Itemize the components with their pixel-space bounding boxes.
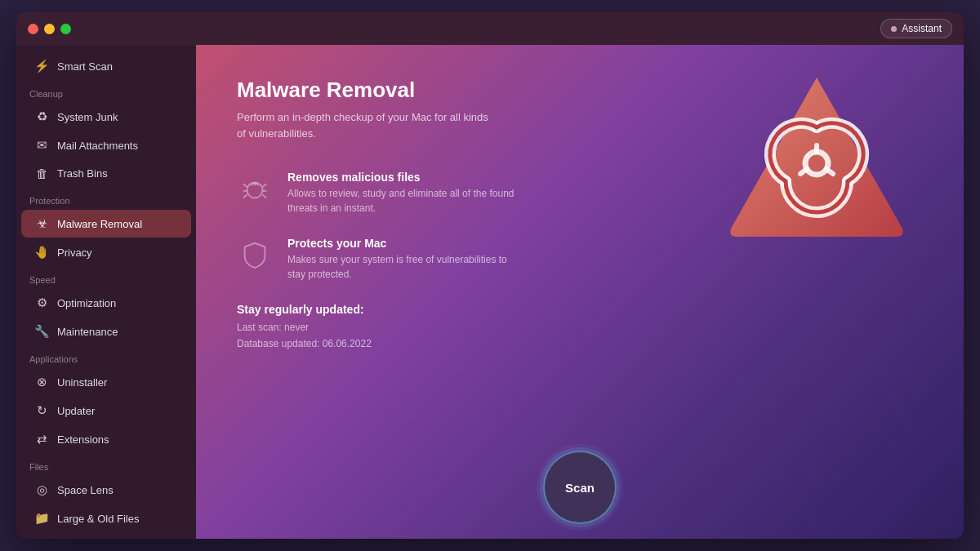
- uninstaller-icon: ⊗: [34, 375, 49, 389]
- traffic-lights: [28, 24, 71, 34]
- updater-icon: ↻: [34, 403, 49, 418]
- sidebar-label-privacy: Privacy: [57, 247, 92, 259]
- scan-button-wrap: Scan: [543, 451, 617, 524]
- content-area: Malware Removal Perform an in-depth chec…: [196, 45, 964, 539]
- feature-1-title: Removes malicious files: [287, 171, 516, 184]
- mail-icon: ✉: [34, 138, 49, 153]
- shield-icon: [237, 237, 273, 273]
- sidebar-item-large-old-files[interactable]: 📁 Large & Old Files: [21, 504, 191, 532]
- sidebar-label-optimization: Optimization: [57, 297, 116, 309]
- sidebar-section-cleanup: Cleanup: [16, 81, 196, 102]
- feature-2-title: Protects your Mac: [287, 237, 516, 250]
- assistant-label: Assistant: [902, 23, 942, 34]
- sidebar-item-privacy[interactable]: 🤚 Privacy: [21, 238, 191, 266]
- maximize-button[interactable]: [60, 24, 71, 34]
- assistant-button[interactable]: Assistant: [880, 19, 952, 38]
- sidebar-label-maintenance: Maintenance: [57, 326, 118, 338]
- large-files-icon: 📁: [34, 511, 49, 526]
- sidebar-item-shredder[interactable]: ≡ Shredder: [21, 533, 191, 539]
- svg-line-10: [263, 195, 267, 198]
- sidebar-label-large-old-files: Large & Old Files: [57, 513, 139, 525]
- svg-line-9: [243, 195, 247, 198]
- page-subtitle: Perform an in-depth checkup of your Mac …: [237, 109, 498, 141]
- optimization-icon: ⚙: [34, 295, 49, 310]
- sidebar-item-trash-bins[interactable]: 🗑 Trash Bins: [21, 160, 191, 187]
- space-lens-icon: ◎: [34, 482, 49, 497]
- sidebar-item-system-junk[interactable]: ♻ System Junk: [21, 103, 191, 131]
- scan-button[interactable]: Scan: [543, 451, 617, 524]
- minimize-button[interactable]: [44, 24, 55, 34]
- maintenance-icon: 🔧: [34, 324, 49, 339]
- sidebar-label-malware-removal: Malware Removal: [57, 218, 142, 230]
- biohazard-illustration: [719, 69, 931, 282]
- sidebar-section-speed: Speed: [16, 267, 196, 288]
- svg-line-5: [243, 184, 247, 187]
- privacy-icon: 🤚: [34, 245, 49, 260]
- update-title: Stay regularly updated:: [237, 303, 923, 316]
- feature-2-desc: Makes sure your system is free of vulner…: [287, 252, 516, 282]
- sidebar-label-trash-bins: Trash Bins: [57, 167, 108, 180]
- sidebar-section-applications: Applications: [16, 346, 196, 367]
- feature-2-text: Protects your Mac Makes sure your system…: [287, 237, 516, 282]
- sidebar-section-files: Files: [16, 454, 196, 475]
- sidebar-label-extensions: Extensions: [57, 433, 109, 446]
- sidebar-section-protection: Protection: [16, 188, 196, 209]
- database-updated-label: Database updated: 06.06.2022: [237, 335, 923, 352]
- sidebar-item-smart-scan[interactable]: ⚡ Smart Scan: [21, 52, 191, 80]
- titlebar: Assistant: [16, 12, 964, 45]
- feature-1-text: Removes malicious files Allows to review…: [287, 171, 516, 216]
- sidebar-label-system-junk: System Junk: [57, 111, 118, 123]
- sidebar-label-smart-scan: Smart Scan: [57, 60, 113, 73]
- smart-scan-icon: ⚡: [34, 59, 49, 73]
- sidebar-label-uninstaller: Uninstaller: [57, 376, 107, 389]
- sidebar-item-extensions[interactable]: ⇄ Extensions: [21, 425, 191, 453]
- last-scan-label: Last scan: never: [237, 319, 923, 335]
- sidebar-label-updater: Updater: [57, 405, 95, 417]
- sidebar-item-maintenance[interactable]: 🔧 Maintenance: [21, 318, 191, 345]
- sidebar-item-updater[interactable]: ↻ Updater: [21, 397, 191, 424]
- extensions-icon: ⇄: [34, 432, 49, 447]
- app-window: Assistant ⚡ Smart Scan Cleanup ♻ System …: [16, 12, 964, 539]
- sidebar-label-mail-attachments: Mail Attachments: [57, 140, 138, 152]
- bug-icon: [237, 171, 273, 207]
- svg-line-6: [263, 184, 267, 187]
- malware-icon: ☣: [34, 216, 49, 231]
- trash-icon: 🗑: [34, 167, 49, 180]
- sidebar-item-optimization[interactable]: ⚙ Optimization: [21, 289, 191, 317]
- main-area: ⚡ Smart Scan Cleanup ♻ System Junk ✉ Mai…: [16, 45, 964, 539]
- sidebar-item-malware-removal[interactable]: ☣ Malware Removal: [21, 210, 191, 238]
- system-junk-icon: ♻: [34, 109, 49, 124]
- sidebar-item-space-lens[interactable]: ◎ Space Lens: [21, 476, 191, 504]
- feature-1-desc: Allows to review, study and eliminate al…: [287, 186, 516, 216]
- sidebar-label-space-lens: Space Lens: [57, 484, 114, 496]
- sidebar-item-mail-attachments[interactable]: ✉ Mail Attachments: [21, 131, 191, 159]
- assistant-dot-icon: [891, 26, 897, 32]
- close-button[interactable]: [28, 24, 38, 34]
- sidebar-item-uninstaller[interactable]: ⊗ Uninstaller: [21, 368, 191, 396]
- update-section: Stay regularly updated: Last scan: never…: [237, 303, 923, 353]
- sidebar: ⚡ Smart Scan Cleanup ♻ System Junk ✉ Mai…: [16, 45, 196, 539]
